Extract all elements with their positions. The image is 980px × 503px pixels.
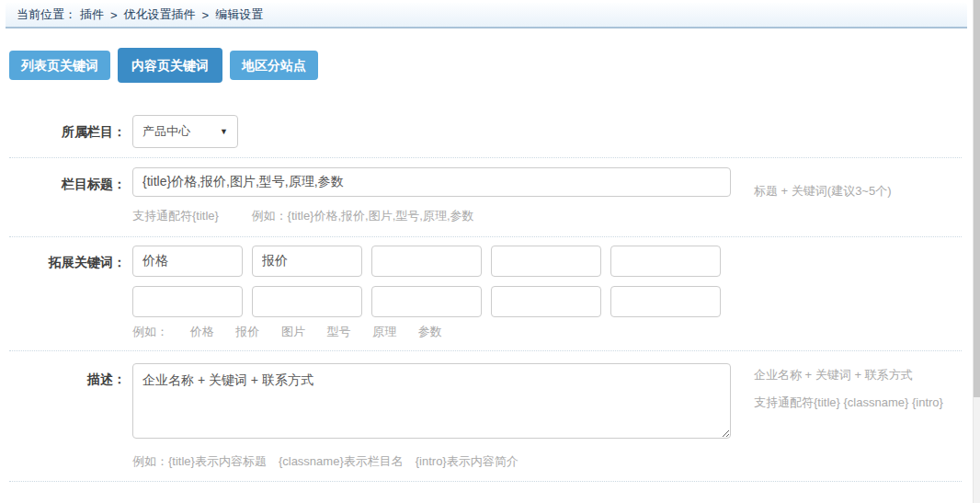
settings-form: 所属栏目： 产品中心 ▼ 栏目标题： 支持通配符{title} 例如：{titl… xyxy=(0,115,967,503)
keyword-example: 图片 xyxy=(281,325,305,338)
category-label: 所属栏目： xyxy=(9,115,126,148)
chevron-down-icon: ▼ xyxy=(220,127,228,136)
example-hint: 例如：{title}价格,报价,图片,型号,原理,参数 xyxy=(252,209,474,223)
keyword-input-10[interactable] xyxy=(610,286,721,317)
vertical-scrollbar[interactable] xyxy=(973,0,980,503)
keyword-example: 参数 xyxy=(418,325,442,338)
tab-bar: 列表页关键词 内容页关键词 地区分站点 xyxy=(9,48,325,83)
status-row: 状态： 开启 关闭 xyxy=(9,482,962,503)
keyword-input-5[interactable] xyxy=(610,246,721,277)
column-title-label: 栏目标题： xyxy=(9,167,126,200)
keywords-line-1 xyxy=(132,246,730,277)
tab-content-page-keywords[interactable]: 内容页关键词 xyxy=(118,48,222,83)
keyword-input-4[interactable] xyxy=(491,246,601,277)
column-title-side-hint: 标题 + 关键词(建议3~5个) xyxy=(754,177,892,206)
keyword-input-9[interactable] xyxy=(491,286,601,317)
breadcrumb-separator: > xyxy=(110,8,118,22)
category-row: 所属栏目： 产品中心 ▼ xyxy=(9,115,962,158)
column-title-input[interactable] xyxy=(132,167,731,197)
breadcrumb-prefix: 当前位置： xyxy=(17,6,76,23)
keyword-example: 报价 xyxy=(235,325,259,338)
description-row: 描述： 企业名称 + 关键词 + 联系方式 例如：{title}表示内容标题 {… xyxy=(9,351,962,482)
keywords-label: 拓展关键词： xyxy=(9,246,126,279)
description-side-hint-1: 企业名称 + 关键词 + 联系方式 xyxy=(754,368,943,383)
keyword-example: 型号 xyxy=(327,325,351,338)
breadcrumb-item-plugins[interactable]: 插件 xyxy=(80,6,104,23)
category-selected-value: 产品中心 xyxy=(142,123,190,140)
breadcrumb: 当前位置： 插件 > 优化设置插件 > 编辑设置 xyxy=(6,3,967,29)
breadcrumb-item-edit-settings: 编辑设置 xyxy=(215,6,263,23)
description-side-hints: 企业名称 + 关键词 + 联系方式 支持通配符{title} {classnam… xyxy=(754,368,943,410)
keyword-example: 原理 xyxy=(372,325,396,338)
description-textarea[interactable]: 企业名称 + 关键词 + 联系方式 xyxy=(132,363,731,439)
tab-list-page-keywords[interactable]: 列表页关键词 xyxy=(9,51,110,80)
keyword-input-3[interactable] xyxy=(371,246,482,277)
keyword-input-2[interactable] xyxy=(252,246,362,277)
keyword-input-8[interactable] xyxy=(371,286,482,317)
description-side-hint-2: 支持通配符{title} {classname} {intro} xyxy=(754,395,943,410)
breadcrumb-separator: > xyxy=(202,8,210,22)
keyword-example: 价格 xyxy=(190,325,214,338)
column-title-hints: 支持通配符{title} 例如：{title}价格,报价,图片,型号,原理,参数 xyxy=(132,209,731,223)
description-label: 描述： xyxy=(9,363,126,394)
column-title-row: 栏目标题： 支持通配符{title} 例如：{title}价格,报价,图片,型号… xyxy=(9,158,962,237)
keywords-row: 拓展关键词： 例如： 价格 报价 图片 型号 xyxy=(9,237,962,351)
scrollbar-thumb[interactable] xyxy=(974,0,980,397)
tab-region-subsites[interactable]: 地区分站点 xyxy=(230,51,318,80)
wildcard-hint: 支持通配符{title} xyxy=(132,209,219,223)
description-example-hint: 例如：{title}表示内容标题 {classname}表示栏目名 {intro… xyxy=(132,454,731,468)
keywords-example-hint: 例如： 价格 报价 图片 型号 原理 参数 xyxy=(132,324,730,340)
breadcrumb-item-seo-plugin[interactable]: 优化设置插件 xyxy=(124,6,196,23)
category-select[interactable]: 产品中心 ▼ xyxy=(132,115,238,148)
keyword-input-7[interactable] xyxy=(252,286,362,317)
keyword-input-6[interactable] xyxy=(132,286,243,317)
example-prefix: 例如： xyxy=(132,325,168,338)
keyword-input-1[interactable] xyxy=(132,246,243,277)
keywords-line-2 xyxy=(132,286,730,317)
